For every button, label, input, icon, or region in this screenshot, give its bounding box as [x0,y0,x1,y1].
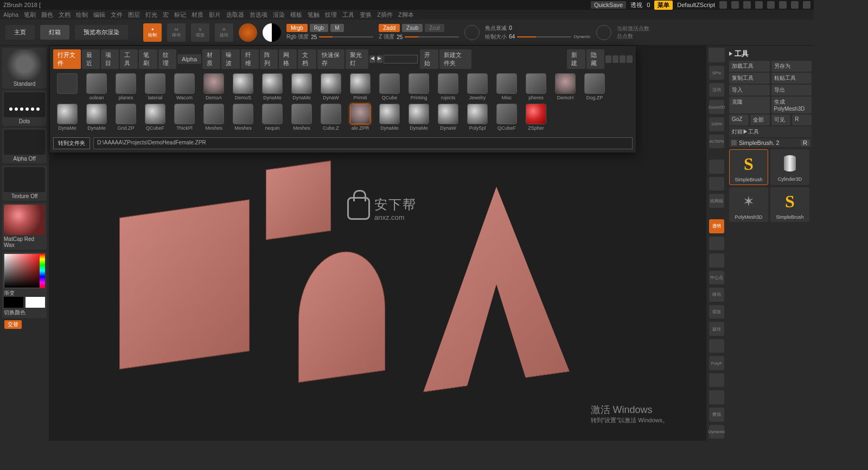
browser-item[interactable]: PolySpl [465,104,489,131]
browser-item[interactable]: DynaMe [378,104,401,131]
m-chip[interactable]: M [330,24,343,32]
search-input[interactable] [384,55,418,63]
browser-item[interactable]: DynaMe [260,73,284,100]
browser-tab[interactable]: 工具 [120,49,138,69]
browser-item[interactable] [55,73,79,100]
tool-action-button[interactable]: 粘贴工具 [771,73,812,84]
browser-item[interactable]: DynaW [319,73,343,100]
browser-item[interactable]: ThickPl [173,104,196,131]
menu-item[interactable]: 渲染 [273,11,285,19]
color-icon[interactable] [743,1,751,9]
nav-arrow-icon[interactable]: ◀ [369,55,375,63]
browser-tab[interactable]: Alpha [177,54,201,64]
sculptris-icon[interactable] [263,23,281,42]
view-mode-icon[interactable] [620,55,626,63]
viewport-tool-icon[interactable] [709,177,724,191]
view-mode-icon[interactable] [627,55,633,63]
tool-item[interactable]: ✶PolyMesh3D [729,187,768,222]
alpha-picker[interactable]: Alpha Off [2,128,47,163]
restore-icon[interactable] [779,1,787,9]
menu-item[interactable]: 绘制 [76,11,88,19]
lightbox-tab[interactable]: 灯箱 [40,25,69,40]
maximize-icon[interactable] [791,1,799,9]
browser-item[interactable]: Misc [495,73,519,100]
minimize-icon[interactable] [767,1,775,9]
hue-slider[interactable] [40,253,45,288]
active-tool-row[interactable]: SimpleBrush. 2 R [729,138,812,147]
viewport-tool-icon[interactable]: AC50% [709,135,724,149]
goto-folder-button[interactable]: 转到文件夹 [53,137,90,149]
browser-item[interactable]: rojects [436,73,460,100]
menu-item[interactable]: Z脚本 [398,11,414,19]
swatch-secondary[interactable] [25,297,45,308]
tool-action-button[interactable]: 复制工具 [729,73,770,84]
tool-action-button[interactable]: 导入 [729,85,770,96]
browser-item[interactable]: Meshes [231,104,255,131]
default-script[interactable]: DefaultZScript [677,2,715,8]
menu-item[interactable]: 笔触 [308,11,320,19]
viewport-tool-icon[interactable] [709,253,724,268]
browser-tab[interactable]: 最近 [82,49,100,69]
second-dial[interactable] [596,25,611,40]
browser-item[interactable]: DemoS [231,73,255,100]
quicksave-button[interactable]: QuickSave [591,1,626,9]
scale-mode-icon[interactable]: S缩放 [191,23,209,42]
viewport-tool-icon[interactable] [709,390,724,404]
tool-item[interactable]: SSimpleBrush [770,187,809,222]
browser-item[interactable]: DynaMe [407,104,431,131]
brush-picker[interactable]: Standard [2,48,47,88]
browser-tab[interactable]: 噪波 [221,49,239,69]
lock-icon[interactable] [755,1,763,9]
material-picker[interactable]: MatCap Red Wax [2,203,47,250]
viewport-tool-icon[interactable]: Zoom2D [709,100,724,114]
rgb-intensity-slider[interactable] [319,36,373,37]
menu-item[interactable]: Z插件 [377,11,393,19]
menu-item[interactable]: 颜色 [41,11,53,19]
browser-item[interactable]: laterial [143,73,167,100]
tool-action-button[interactable]: 另存为 [771,61,812,72]
browser-item[interactable]: Meshes [202,104,226,131]
viewport-tool-icon[interactable]: 线网格 [709,194,724,208]
tool-action-button[interactable]: 克隆 [729,97,770,113]
menu-item[interactable]: 文件 [111,11,123,19]
menu-item[interactable]: 工具 [342,11,354,19]
home-tab[interactable]: 主页 [5,25,35,40]
viewport-tool-icon[interactable]: 移动 [709,288,724,302]
browser-item[interactable]: Jewelry [465,73,489,100]
z-intensity-slider[interactable] [405,36,459,37]
viewport-tool-icon[interactable]: SPix [709,66,724,80]
panel-collapse-icon[interactable] [729,52,732,56]
browser-item[interactable]: nequin [260,104,284,131]
rgb-chip[interactable]: Rgb [310,24,328,32]
browser-action-button[interactable]: 新建 [567,49,585,69]
viewport-tool-icon[interactable]: 中心点 [709,271,724,285]
r-button[interactable]: R [801,139,809,146]
browser-item[interactable]: Primiti [348,73,372,100]
zsub-chip[interactable]: Zsub [402,24,423,32]
draw-mode-icon[interactable]: ✦绘制 [143,23,162,42]
viewport-tool-icon[interactable] [709,237,724,251]
viewport-tool-icon[interactable]: 100% [709,117,724,131]
menu-item[interactable]: 标记 [174,11,186,19]
menu-item[interactable]: 纹理 [325,11,337,19]
browser-item[interactable]: planes [114,73,138,100]
zadd-chip[interactable]: Zadd [379,24,400,32]
browser-tab[interactable]: 笔刷 [139,49,157,69]
browser-item[interactable]: Dog.ZP [583,73,607,100]
viewport-tool-icon[interactable] [709,373,724,388]
tool-item[interactable]: Cylinder3D [770,149,809,185]
browser-action-button[interactable]: 新建文件夹 [439,49,471,69]
menu-item[interactable]: 选取器 [226,11,244,19]
browser-action-button[interactable]: 隐藏 [586,49,604,69]
browser-tab[interactable]: 阵列 [260,49,278,69]
browser-tab[interactable]: 材质 [202,49,220,69]
menu-item[interactable]: 图层 [128,11,140,19]
tool-action-button[interactable]: 可见 [771,115,791,125]
browser-item[interactable]: DemoA [202,73,226,100]
tool-action-button[interactable]: 导出 [771,85,812,96]
browser-item[interactable]: DynaMe [55,104,79,131]
browser-item[interactable]: pheres [524,73,548,100]
browser-tab[interactable]: 项目 [101,49,119,69]
gradient-label[interactable]: 渐变 [4,289,15,297]
menu-item[interactable]: 影片 [209,11,221,19]
